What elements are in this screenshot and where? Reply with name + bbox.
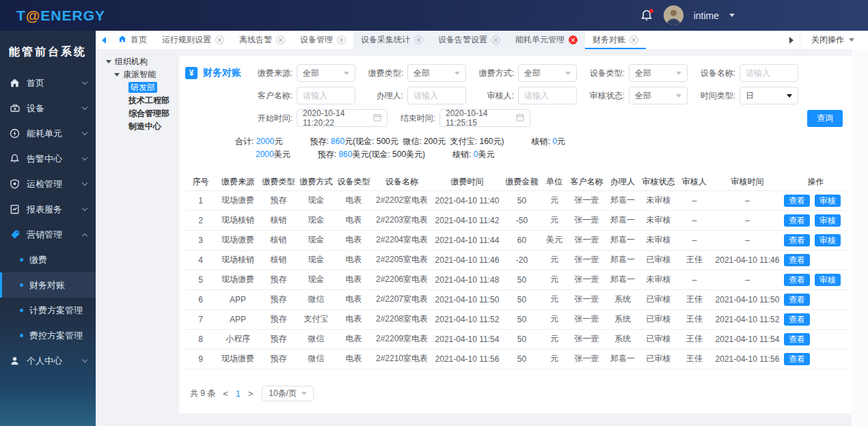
tab-2[interactable]: 运行规则设置× bbox=[154, 31, 232, 49]
select-value: 全部 bbox=[635, 90, 651, 102]
audit-button[interactable]: 审核 bbox=[815, 214, 841, 227]
date-input[interactable]: 2020-10-14 11:20:22 bbox=[297, 109, 388, 127]
pagination-page-1[interactable]: 1 bbox=[236, 389, 241, 399]
tab-5[interactable]: 设备采集统计× bbox=[353, 31, 431, 49]
tree-node-dept-1[interactable]: 研发部 bbox=[106, 81, 176, 94]
sidebar-item-6[interactable]: 报表服务 bbox=[0, 197, 96, 222]
sidebar-item-7[interactable]: 营销管理 bbox=[0, 222, 96, 247]
tab-close-icon[interactable]: × bbox=[276, 36, 285, 44]
filter-select[interactable]: 全部 bbox=[407, 64, 466, 82]
filter-select[interactable]: 全部 bbox=[297, 64, 355, 82]
view-button[interactable]: 查看 bbox=[784, 254, 810, 266]
tree-dept-label: 技术工程部 bbox=[128, 96, 169, 105]
summary-unit: 美元 bbox=[274, 150, 290, 159]
view-button[interactable]: 查看 bbox=[784, 333, 810, 345]
username[interactable]: intime bbox=[694, 10, 719, 21]
row-actions: 查看审核 bbox=[783, 195, 848, 207]
cell-device-type: 电表 bbox=[335, 190, 372, 210]
avatar[interactable] bbox=[664, 5, 683, 25]
notification-bell-icon[interactable] bbox=[640, 9, 653, 23]
tab-close-icon[interactable]: × bbox=[491, 36, 500, 44]
filter-select[interactable]: 全部 bbox=[629, 64, 688, 82]
cell-pay-type: 核销 bbox=[260, 230, 297, 250]
cell-source: 现场缴费 bbox=[216, 230, 260, 250]
tab-7[interactable]: 能耗单元管理× bbox=[508, 31, 585, 49]
page-size-select[interactable]: 10条/页 bbox=[262, 386, 314, 401]
view-button[interactable]: 查看 bbox=[784, 234, 810, 246]
sidebar-item-4[interactable]: 告警中心 bbox=[0, 146, 96, 171]
cell-audit-time: – bbox=[711, 210, 783, 230]
cell-amount: 50 bbox=[503, 309, 541, 329]
tab-close-icon[interactable]: × bbox=[629, 36, 638, 44]
view-button[interactable]: 查看 bbox=[784, 313, 810, 326]
cell-handler: 郑嘉一 bbox=[606, 230, 640, 250]
tab-close-icon[interactable]: × bbox=[414, 36, 423, 44]
tree-node-dept-3[interactable]: 综合管理部 bbox=[106, 107, 176, 120]
tree-node-dept-2[interactable]: 技术工程部 bbox=[106, 94, 176, 107]
user-caret-down-icon[interactable] bbox=[729, 14, 735, 20]
tree-node-company[interactable]: 康派智能 bbox=[106, 68, 176, 81]
filter-input[interactable]: 请输入 bbox=[518, 87, 577, 104]
tab-8[interactable]: 财务对账× bbox=[585, 31, 646, 49]
tab-close-icon[interactable]: × bbox=[337, 36, 346, 44]
cell-handler: 郑嘉一 bbox=[606, 250, 640, 270]
view-button[interactable]: 查看 bbox=[784, 214, 810, 227]
tree-dept-label: 制造中心 bbox=[128, 122, 161, 131]
filter-row-2: 客户名称:请输入办理人:请输入审核人:请输入审核状态:全部时间类型:日 bbox=[254, 87, 808, 104]
chevron-down-icon bbox=[676, 72, 681, 78]
tab-scroll-left-icon[interactable] bbox=[96, 31, 111, 49]
tree-expand-icon[interactable] bbox=[114, 73, 120, 79]
tab-close-icon[interactable]: × bbox=[215, 36, 224, 44]
filter-select[interactable]: 日 bbox=[740, 87, 798, 104]
sidebar-subitem-1[interactable]: 缴费 bbox=[0, 247, 96, 272]
filter-input[interactable]: 请输入 bbox=[740, 64, 798, 82]
filter-input[interactable]: 请输入 bbox=[297, 87, 355, 104]
filter-select[interactable]: 全部 bbox=[518, 64, 577, 82]
cell-handler: 系统 bbox=[606, 289, 640, 309]
audit-button[interactable]: 审核 bbox=[815, 195, 841, 207]
tab-6[interactable]: 设备告警设置× bbox=[431, 31, 508, 49]
sidebar-item-8[interactable]: 个人中心 bbox=[0, 348, 96, 373]
tree-node-dept-4[interactable]: 制造中心 bbox=[106, 120, 176, 133]
view-button[interactable]: 查看 bbox=[784, 274, 810, 286]
cell-device-name: 2#2208室电表 bbox=[372, 309, 431, 329]
select-value: 全部 bbox=[635, 68, 651, 79]
sidebar-item-5[interactable]: 运检管理 bbox=[0, 171, 96, 197]
filter-input[interactable]: 请输入 bbox=[407, 87, 466, 104]
tab-1[interactable]: 首页 bbox=[111, 31, 154, 49]
query-button[interactable]: 查询 bbox=[807, 110, 843, 127]
audit-button[interactable]: 审核 bbox=[815, 274, 841, 286]
sidebar-subitem-4[interactable]: 费控方案管理 bbox=[0, 323, 96, 348]
cell-status: 已审核 bbox=[640, 250, 677, 270]
sidebar-item-3[interactable]: 能耗单元 bbox=[0, 121, 96, 146]
tab-close-icon[interactable]: × bbox=[569, 36, 578, 44]
tab-4[interactable]: 设备管理× bbox=[293, 31, 353, 49]
date-input[interactable]: 2020-10-14 11:25:15 bbox=[439, 109, 530, 127]
view-button[interactable]: 查看 bbox=[784, 195, 810, 207]
close-operations-dropdown[interactable]: 关闭操作 bbox=[800, 31, 868, 49]
tree-expand-icon[interactable] bbox=[106, 60, 111, 66]
pagination-prev-button[interactable]: < bbox=[223, 388, 228, 399]
cell-source: 小程序 bbox=[216, 329, 260, 349]
pagination-next-button[interactable]: > bbox=[248, 388, 254, 399]
sidebar-item-2[interactable]: 设备 bbox=[0, 96, 96, 121]
cell-pay-type: 核销 bbox=[260, 250, 297, 270]
finance-card: ¥ 财务对账 缴费来源:全部缴费类型:全部缴费方式:全部设备类型:全部设备名称:… bbox=[179, 56, 852, 413]
tab-scroll-right-icon[interactable] bbox=[785, 31, 800, 49]
view-button[interactable]: 查看 bbox=[784, 294, 810, 306]
sidebar-subitem-2[interactable]: 财务对账 bbox=[0, 272, 96, 298]
tree-node-root[interactable]: 组织机构 bbox=[106, 55, 176, 68]
input-placeholder: 请输入 bbox=[303, 90, 327, 102]
cell-unit: 元 bbox=[541, 250, 568, 270]
summary-segment: 核销: 0元 bbox=[531, 137, 565, 146]
audit-button[interactable]: 审核 bbox=[815, 234, 841, 246]
tab-3[interactable]: 离线告警× bbox=[232, 31, 293, 49]
sidebar-subitem-3[interactable]: 计费方案管理 bbox=[0, 298, 96, 323]
cell-amount: 50 bbox=[503, 270, 541, 289]
chevron-up-icon bbox=[82, 233, 87, 238]
column-header: 设备名称 bbox=[372, 173, 431, 190]
view-button[interactable]: 查看 bbox=[784, 353, 810, 365]
filter-select[interactable]: 全部 bbox=[629, 87, 688, 104]
page-size-value: 10条/页 bbox=[269, 388, 297, 399]
sidebar-item-1[interactable]: 首页 bbox=[0, 70, 96, 96]
